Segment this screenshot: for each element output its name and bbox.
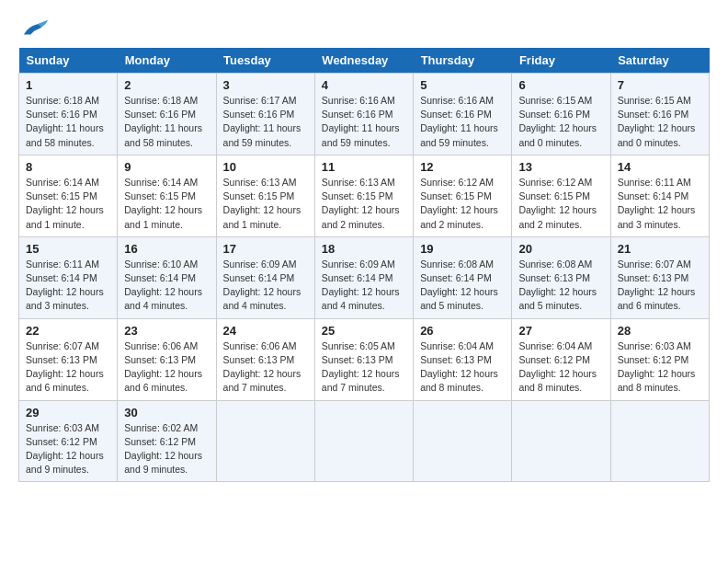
day-info: Sunrise: 6:03 AMSunset: 6:12 PMDaylight:… (26, 421, 110, 477)
day-info: Sunrise: 6:03 AMSunset: 6:12 PMDaylight:… (618, 339, 702, 396)
calendar-cell: 24Sunrise: 6:06 AMSunset: 6:13 PMDayligh… (216, 318, 314, 400)
day-number: 13 (518, 160, 603, 174)
day-info: Sunrise: 6:16 AMSunset: 6:16 PMDaylight:… (322, 94, 406, 150)
week-row-1: 1Sunrise: 6:18 AMSunset: 6:16 PMDaylight… (19, 74, 710, 155)
day-info: Sunrise: 6:14 AMSunset: 6:15 PMDaylight:… (124, 176, 209, 232)
calendar-cell: 14Sunrise: 6:11 AMSunset: 6:14 PMDayligh… (610, 155, 709, 236)
col-header-friday: Friday (512, 48, 610, 74)
week-row-4: 22Sunrise: 6:07 AMSunset: 6:13 PMDayligh… (19, 318, 710, 400)
day-info: Sunrise: 6:13 AMSunset: 6:15 PMDaylight:… (223, 176, 308, 232)
day-number: 24 (223, 324, 308, 338)
day-info: Sunrise: 6:16 AMSunset: 6:16 PMDaylight:… (420, 94, 505, 150)
day-number: 9 (124, 160, 209, 174)
day-number: 14 (618, 160, 702, 174)
day-number: 21 (618, 242, 702, 256)
day-number: 30 (124, 406, 209, 419)
day-info: Sunrise: 6:11 AMSunset: 6:14 PMDaylight:… (26, 258, 110, 314)
day-info: Sunrise: 6:07 AMSunset: 6:13 PMDaylight:… (26, 339, 110, 396)
day-info: Sunrise: 6:08 AMSunset: 6:14 PMDaylight:… (420, 258, 505, 314)
calendar-cell: 11Sunrise: 6:13 AMSunset: 6:15 PMDayligh… (314, 155, 413, 236)
calendar-cell: 15Sunrise: 6:11 AMSunset: 6:14 PMDayligh… (19, 236, 118, 318)
calendar-cell: 16Sunrise: 6:10 AMSunset: 6:14 PMDayligh… (118, 236, 216, 318)
day-info: Sunrise: 6:11 AMSunset: 6:14 PMDaylight:… (618, 176, 702, 232)
calendar-cell: 29Sunrise: 6:03 AMSunset: 6:12 PMDayligh… (19, 400, 118, 482)
calendar-cell: 18Sunrise: 6:09 AMSunset: 6:14 PMDayligh… (314, 236, 413, 318)
day-number: 17 (223, 242, 308, 256)
day-number: 5 (420, 78, 505, 92)
calendar-cell (610, 400, 709, 482)
calendar-cell: 2Sunrise: 6:18 AMSunset: 6:16 PMDaylight… (118, 74, 216, 155)
day-info: Sunrise: 6:09 AMSunset: 6:14 PMDaylight:… (223, 258, 308, 314)
day-info: Sunrise: 6:02 AMSunset: 6:12 PMDaylight:… (124, 421, 209, 477)
day-info: Sunrise: 6:06 AMSunset: 6:13 PMDaylight:… (223, 339, 308, 396)
day-number: 28 (618, 324, 702, 338)
logo-bird-icon (22, 18, 48, 39)
calendar-cell (512, 400, 610, 482)
week-row-2: 8Sunrise: 6:14 AMSunset: 6:15 PMDaylight… (19, 155, 710, 236)
day-number: 12 (420, 160, 505, 174)
day-number: 16 (124, 242, 209, 256)
day-number: 22 (26, 324, 110, 338)
col-header-sunday: Sunday (19, 48, 118, 74)
col-header-wednesday: Wednesday (314, 48, 413, 74)
day-info: Sunrise: 6:07 AMSunset: 6:13 PMDaylight:… (618, 258, 702, 314)
day-info: Sunrise: 6:13 AMSunset: 6:15 PMDaylight:… (322, 176, 406, 232)
calendar-cell: 3Sunrise: 6:17 AMSunset: 6:16 PMDaylight… (216, 74, 314, 155)
day-info: Sunrise: 6:15 AMSunset: 6:16 PMDaylight:… (618, 94, 702, 150)
col-header-thursday: Thursday (414, 48, 512, 74)
calendar-cell: 6Sunrise: 6:15 AMSunset: 6:16 PMDaylight… (512, 74, 610, 155)
header-row: SundayMondayTuesdayWednesdayThursdayFrid… (19, 48, 710, 74)
day-number: 6 (518, 78, 603, 92)
header (18, 18, 710, 39)
day-number: 25 (322, 324, 406, 338)
day-info: Sunrise: 6:18 AMSunset: 6:16 PMDaylight:… (26, 94, 110, 150)
day-number: 19 (420, 242, 505, 256)
day-info: Sunrise: 6:06 AMSunset: 6:13 PMDaylight:… (124, 339, 209, 396)
calendar-cell: 4Sunrise: 6:16 AMSunset: 6:16 PMDaylight… (314, 74, 413, 155)
calendar-cell: 20Sunrise: 6:08 AMSunset: 6:13 PMDayligh… (512, 236, 610, 318)
calendar-table: SundayMondayTuesdayWednesdayThursdayFrid… (18, 48, 710, 482)
day-info: Sunrise: 6:12 AMSunset: 6:15 PMDaylight:… (518, 176, 603, 232)
week-row-3: 15Sunrise: 6:11 AMSunset: 6:14 PMDayligh… (19, 236, 710, 318)
calendar-cell (216, 400, 314, 482)
day-info: Sunrise: 6:14 AMSunset: 6:15 PMDaylight:… (26, 176, 110, 232)
day-number: 10 (223, 160, 308, 174)
day-info: Sunrise: 6:09 AMSunset: 6:14 PMDaylight:… (322, 258, 406, 314)
calendar-cell: 12Sunrise: 6:12 AMSunset: 6:15 PMDayligh… (414, 155, 512, 236)
calendar-cell: 7Sunrise: 6:15 AMSunset: 6:16 PMDaylight… (610, 74, 709, 155)
day-info: Sunrise: 6:15 AMSunset: 6:16 PMDaylight:… (518, 94, 603, 150)
calendar-cell: 8Sunrise: 6:14 AMSunset: 6:15 PMDaylight… (19, 155, 118, 236)
day-number: 15 (26, 242, 110, 256)
calendar-cell: 13Sunrise: 6:12 AMSunset: 6:15 PMDayligh… (512, 155, 610, 236)
col-header-monday: Monday (118, 48, 216, 74)
day-number: 18 (322, 242, 406, 256)
day-number: 4 (322, 78, 406, 92)
calendar-cell: 1Sunrise: 6:18 AMSunset: 6:16 PMDaylight… (19, 74, 118, 155)
calendar-cell: 23Sunrise: 6:06 AMSunset: 6:13 PMDayligh… (118, 318, 216, 400)
day-info: Sunrise: 6:12 AMSunset: 6:15 PMDaylight:… (420, 176, 505, 232)
day-number: 26 (420, 324, 505, 338)
day-number: 20 (518, 242, 603, 256)
col-header-saturday: Saturday (610, 48, 709, 74)
day-number: 11 (322, 160, 406, 174)
calendar-cell (314, 400, 413, 482)
day-number: 1 (26, 78, 110, 92)
day-info: Sunrise: 6:05 AMSunset: 6:13 PMDaylight:… (322, 339, 406, 396)
calendar-cell: 25Sunrise: 6:05 AMSunset: 6:13 PMDayligh… (314, 318, 413, 400)
week-row-5: 29Sunrise: 6:03 AMSunset: 6:12 PMDayligh… (19, 400, 710, 482)
day-number: 8 (26, 160, 110, 174)
day-number: 7 (618, 78, 702, 92)
col-header-tuesday: Tuesday (216, 48, 314, 74)
day-info: Sunrise: 6:08 AMSunset: 6:13 PMDaylight:… (518, 258, 603, 314)
day-info: Sunrise: 6:18 AMSunset: 6:16 PMDaylight:… (124, 94, 209, 150)
day-number: 3 (223, 78, 308, 92)
calendar-cell: 21Sunrise: 6:07 AMSunset: 6:13 PMDayligh… (610, 236, 709, 318)
day-number: 23 (124, 324, 209, 338)
calendar-cell: 9Sunrise: 6:14 AMSunset: 6:15 PMDaylight… (118, 155, 216, 236)
calendar-cell: 26Sunrise: 6:04 AMSunset: 6:13 PMDayligh… (414, 318, 512, 400)
day-info: Sunrise: 6:04 AMSunset: 6:12 PMDaylight:… (518, 339, 603, 396)
day-number: 2 (124, 78, 209, 92)
calendar-cell: 10Sunrise: 6:13 AMSunset: 6:15 PMDayligh… (216, 155, 314, 236)
day-info: Sunrise: 6:10 AMSunset: 6:14 PMDaylight:… (124, 258, 209, 314)
logo (18, 18, 48, 39)
